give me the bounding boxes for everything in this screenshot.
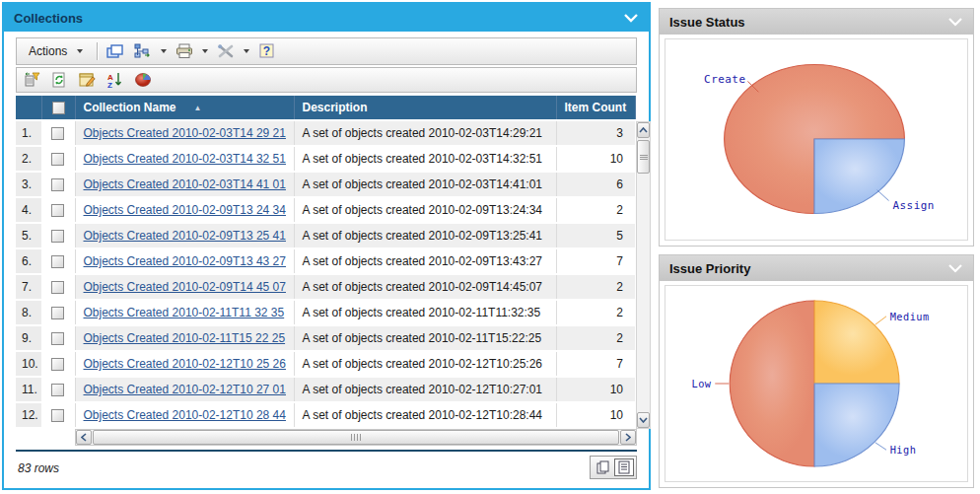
row-checkbox[interactable] [51, 332, 64, 345]
row-checkbox[interactable] [51, 153, 64, 166]
row-number: 9. [16, 325, 41, 351]
refresh-button[interactable] [50, 71, 70, 89]
collection-name-link[interactable]: Objects Created 2010-02-09T13 43 27 [84, 254, 286, 268]
row-checkbox[interactable] [51, 281, 64, 294]
collection-name-link[interactable]: Objects Created 2010-02-11T15 22 25 [84, 331, 286, 345]
chevron-down-icon[interactable] [202, 49, 208, 53]
row-checkbox-cell [41, 351, 75, 377]
collections-panel: Collections Actions [2, 2, 651, 490]
collection-name-link[interactable]: Objects Created 2010-02-12T10 28 44 [84, 408, 286, 422]
collapse-panel-button[interactable] [947, 15, 963, 30]
arrow-right-icon [625, 433, 631, 442]
tools-button[interactable] [216, 42, 236, 60]
detail-view-button[interactable] [614, 459, 634, 476]
collections-panel-title: Collections [14, 11, 83, 26]
row-checkbox-cell [41, 325, 75, 351]
table-row: 8. Objects Created 2010-02-11T11 32 35 A… [16, 300, 635, 325]
collection-name-cell: Objects Created 2010-02-09T13 24 34 [75, 197, 294, 223]
collection-name-link[interactable]: Objects Created 2010-02-09T13 25 41 [84, 229, 286, 243]
description-cell: A set of objects created 2010-02-09T13:4… [294, 248, 556, 274]
row-checkbox[interactable] [51, 409, 64, 422]
collection-name-link[interactable]: Objects Created 2010-02-11T11 32 35 [84, 306, 285, 319]
horizontal-scroll-thumb[interactable] [93, 430, 619, 445]
description-cell: A set of objects created 2010-02-09T13:2… [294, 197, 556, 223]
row-checkbox-cell [41, 172, 75, 197]
chart-button[interactable] [133, 71, 153, 89]
collection-name-link[interactable]: Objects Created 2010-02-03T14 41 01 [84, 177, 286, 191]
row-checkbox[interactable] [51, 204, 64, 217]
collection-name-cell: Objects Created 2010-02-11T15 22 25 [75, 325, 294, 351]
collection-name-cell: Objects Created 2010-02-09T13 43 27 [75, 248, 294, 274]
locate-icon [134, 43, 152, 59]
item-count-cell: 6 [556, 172, 635, 197]
row-checkbox[interactable] [51, 127, 64, 140]
collection-name-link[interactable]: Objects Created 2010-02-12T10 25 26 [84, 357, 286, 371]
collection-name-cell: Objects Created 2010-02-12T10 27 01 [75, 377, 294, 402]
collection-name-cell: Objects Created 2010-02-12T10 28 44 [75, 402, 294, 428]
new-window-button[interactable] [105, 42, 125, 60]
arrow-down-icon [639, 417, 648, 423]
collapse-panel-button[interactable] [623, 11, 639, 26]
simple-view-button[interactable] [593, 459, 612, 476]
medium-leader-line [875, 317, 886, 324]
row-checkbox[interactable] [51, 358, 64, 371]
description-cell: A set of objects created 2010-02-03T14:3… [294, 146, 556, 172]
collection-name-link[interactable]: Objects Created 2010-02-12T10 27 01 [84, 383, 286, 396]
actions-menu-label: Actions [29, 44, 67, 58]
tools-icon [217, 43, 235, 59]
row-checkbox[interactable] [51, 255, 64, 268]
footer-divider [16, 450, 637, 452]
row-checkbox-cell [41, 300, 75, 325]
locate-button[interactable] [133, 42, 153, 60]
chevron-down-icon[interactable] [244, 49, 249, 53]
scroll-down-button[interactable] [637, 412, 650, 428]
collection-name-link[interactable]: Objects Created 2010-02-03T14 32 51 [84, 152, 286, 166]
arrow-left-icon [81, 433, 87, 442]
pie-slice-medium[interactable] [814, 301, 899, 384]
row-number: 1. [16, 120, 41, 146]
row-checkbox[interactable] [51, 230, 64, 243]
collections-panel-body: Actions [4, 32, 649, 488]
collection-name-link[interactable]: Objects Created 2010-02-03T14 29 21 [84, 126, 286, 140]
item-count-cell: 10 [556, 377, 635, 402]
row-checkbox[interactable] [51, 178, 64, 191]
help-button[interactable]: ? [257, 42, 277, 60]
edit-button[interactable] [78, 71, 98, 89]
pie-label-medium: Medium [890, 311, 930, 322]
item-count-cell: 2 [556, 325, 635, 351]
select-all-checkbox[interactable] [52, 102, 65, 114]
collection-name-link[interactable]: Objects Created 2010-02-09T14 45 07 [84, 280, 286, 294]
scroll-right-button[interactable] [620, 430, 636, 445]
pie-slice-high[interactable] [814, 384, 899, 466]
issue-status-pie: Create Assign [665, 40, 967, 240]
collapse-panel-button[interactable] [947, 261, 963, 276]
filter-button[interactable] [23, 71, 42, 89]
sort-button[interactable]: A Z [105, 71, 125, 89]
column-header-item-count[interactable]: Item Count [556, 96, 635, 120]
scroll-up-button[interactable] [637, 122, 650, 138]
row-number: 5. [16, 223, 41, 248]
description-cell: A set of objects created 2010-02-03T14:4… [294, 172, 556, 197]
row-count-label: 83 rows [18, 461, 59, 475]
table-vertical-scrollbar[interactable] [636, 121, 651, 429]
row-checkbox[interactable] [51, 307, 64, 319]
print-button[interactable] [175, 42, 194, 60]
collection-name-link[interactable]: Objects Created 2010-02-09T13 24 34 [84, 203, 286, 217]
pie-label-assign: Assign [892, 198, 934, 211]
row-number: 11. [16, 377, 41, 402]
column-header-collection-name[interactable]: Collection Name▲ [75, 96, 294, 120]
actions-menu-button[interactable]: Actions [23, 42, 89, 60]
column-header-description[interactable]: Description [294, 96, 556, 120]
issue-status-header: Issue Status [660, 9, 973, 35]
pie-slice-assign[interactable] [814, 139, 904, 214]
table-row: 4. Objects Created 2010-02-09T13 24 34 A… [16, 197, 635, 223]
chevron-down-icon[interactable] [161, 49, 167, 53]
vertical-scroll-thumb[interactable] [637, 140, 650, 174]
table-row: 10. Objects Created 2010-02-12T10 25 26 … [16, 351, 635, 377]
row-checkbox[interactable] [51, 384, 64, 396]
scroll-left-button[interactable] [76, 430, 92, 445]
pie-slice-low[interactable] [730, 301, 814, 466]
collections-table: Collection Name▲ Description Item Count … [16, 96, 636, 429]
issue-priority-header: Issue Priority [660, 255, 973, 281]
table-horizontal-scrollbar[interactable] [75, 429, 637, 446]
